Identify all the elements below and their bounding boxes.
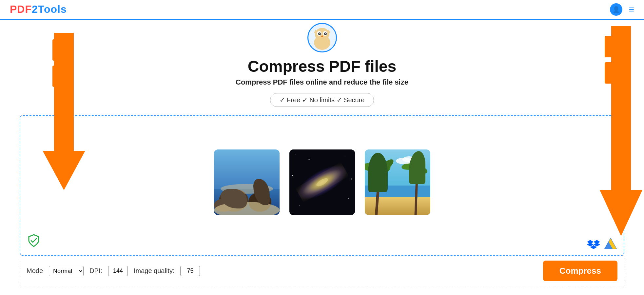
svg-rect-50 xyxy=(54,33,74,151)
user-icon[interactable]: 👤 xyxy=(610,3,622,16)
svg-line-36 xyxy=(416,167,417,215)
drop-zone[interactable] xyxy=(20,115,624,256)
mascot-svg xyxy=(309,25,335,51)
mode-label: Mode xyxy=(27,267,43,275)
preview-images xyxy=(214,149,430,215)
svg-point-24 xyxy=(348,198,349,199)
svg-rect-52 xyxy=(611,26,631,190)
menu-icon[interactable]: ≡ xyxy=(629,4,634,15)
svg-point-20 xyxy=(308,159,309,160)
quality-label: Image quality: xyxy=(134,267,175,275)
beach-image xyxy=(365,149,430,215)
svg-point-1 xyxy=(315,28,329,41)
header-actions: 👤 ≡ xyxy=(610,3,634,16)
svg-point-6 xyxy=(319,33,320,34)
svg-point-37 xyxy=(406,162,428,176)
svg-marker-53 xyxy=(600,190,642,236)
bottom-toolbar: Mode Normal Strong Extreme DPI: Image qu… xyxy=(20,256,624,286)
svg-point-26 xyxy=(351,179,352,180)
svg-point-17 xyxy=(221,184,273,194)
preview-image-3 xyxy=(365,149,430,215)
svg-rect-31 xyxy=(365,197,430,215)
svg-point-7 xyxy=(325,33,326,34)
page-title: Compress PDF files xyxy=(248,57,396,75)
dpi-label: DPI: xyxy=(89,267,102,275)
preview-image-1 xyxy=(214,149,280,215)
logo-tools: 2Tools xyxy=(32,3,67,15)
right-arrow-svg xyxy=(600,26,642,239)
mascot-image xyxy=(307,23,337,52)
header: PDF2Tools 👤 ≡ xyxy=(0,0,644,20)
logo: PDF2Tools xyxy=(10,3,67,15)
quality-input[interactable] xyxy=(180,266,200,276)
svg-point-25 xyxy=(299,205,300,206)
page-subtitle: Compress PDF files online and reduce the… xyxy=(236,78,408,87)
svg-point-40 xyxy=(402,156,416,162)
logo-pdf: PDF xyxy=(10,3,32,15)
dpi-input[interactable] xyxy=(108,266,128,276)
svg-point-22 xyxy=(338,169,339,169)
google-drive-icon[interactable] xyxy=(604,237,617,250)
dropbox-icon[interactable] xyxy=(587,237,600,250)
shield-svg xyxy=(27,234,41,247)
svg-marker-51 xyxy=(43,151,85,190)
compress-button[interactable]: Compress xyxy=(543,261,617,281)
svg-rect-30 xyxy=(365,186,430,199)
main-content: Compress PDF files Compress PDF files on… xyxy=(0,52,644,286)
svg-point-19 xyxy=(296,154,296,155)
security-shield-icon xyxy=(27,234,41,249)
cloud-icons xyxy=(587,237,617,250)
mode-select[interactable]: Normal Strong Extreme xyxy=(49,266,84,276)
svg-point-23 xyxy=(292,175,293,176)
drop-zone-wrapper: Mode Normal Strong Extreme DPI: Image qu… xyxy=(20,115,624,286)
coastal-image xyxy=(214,149,280,215)
mascot-area xyxy=(0,23,644,52)
preview-image-2 xyxy=(289,149,355,215)
left-arrow-svg xyxy=(43,33,85,197)
features-badge: ✓ Free ✓ No limits ✓ Secure xyxy=(270,93,374,107)
svg-point-28 xyxy=(315,177,329,188)
galaxy-image xyxy=(289,149,355,215)
toolbar-settings: Mode Normal Strong Extreme DPI: Image qu… xyxy=(27,266,200,276)
svg-point-21 xyxy=(345,156,345,156)
